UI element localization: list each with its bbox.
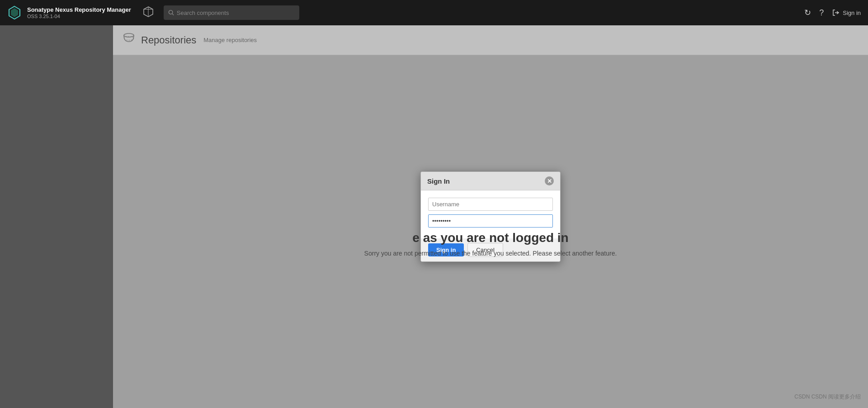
brand-text: Sonatype Nexus Repository Manager OSS 3.…	[27, 6, 131, 19]
modal-overlay: e as you are not logged in Sorry you are…	[113, 25, 868, 408]
password-input[interactable]	[428, 214, 553, 228]
refresh-icon[interactable]: ↻	[804, 8, 811, 18]
search-input[interactable]	[177, 9, 295, 16]
access-denied-msg: Sorry you are not permitted to use the f…	[332, 250, 649, 257]
app-version: OSS 3.25.1-04	[27, 14, 131, 19]
signin-arrow-icon	[832, 9, 840, 17]
topbar-actions: ↻ ? Sign in	[804, 8, 861, 18]
svg-marker-1	[11, 8, 18, 17]
sidebar	[0, 25, 113, 408]
layout: Repositories Manage repositories e as yo…	[0, 25, 868, 408]
search-bar	[164, 5, 299, 20]
help-icon[interactable]: ?	[819, 8, 824, 18]
signin-link[interactable]: Sign in	[832, 9, 861, 17]
signin-label: Sign in	[843, 9, 861, 16]
cube-icon[interactable]	[142, 5, 155, 20]
svg-point-5	[169, 10, 172, 14]
access-denied-title: e as you are not logged in	[332, 231, 649, 245]
topbar: Sonatype Nexus Repository Manager OSS 3.…	[0, 0, 868, 25]
dialog-header: Sign In ✕	[421, 172, 560, 190]
svg-line-6	[172, 14, 174, 15]
dialog-close-button[interactable]: ✕	[545, 176, 554, 185]
main-content: Repositories Manage repositories e as yo…	[113, 25, 868, 408]
app-name: Sonatype Nexus Repository Manager	[27, 6, 131, 14]
dialog-title: Sign In	[427, 177, 450, 185]
username-input[interactable]	[428, 198, 553, 211]
brand-logo-icon	[7, 5, 22, 20]
search-icon	[168, 9, 174, 16]
